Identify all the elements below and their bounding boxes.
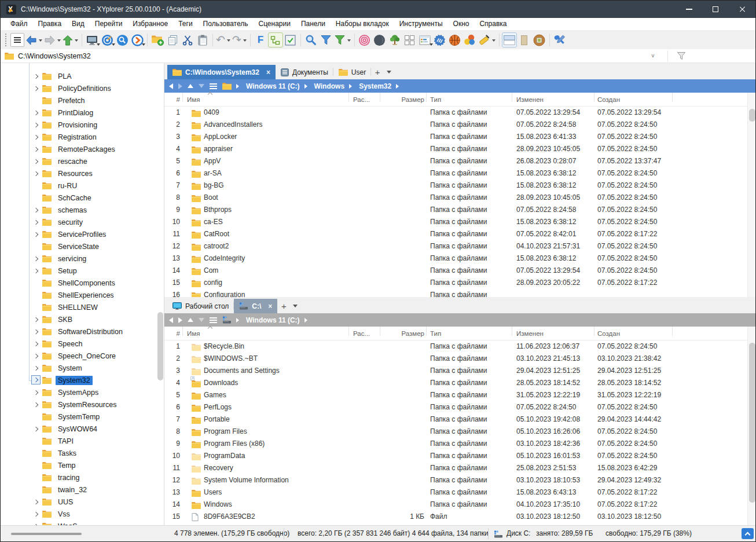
column-header-5[interactable]: Тип (430, 93, 441, 107)
tree-panel-toggle-button[interactable] (268, 32, 283, 47)
bottom-pane-tab-2[interactable]: C:\× (234, 299, 277, 313)
folder-tree-button[interactable] (387, 32, 402, 47)
breadcrumb-segment-2[interactable]: Windows (314, 82, 345, 90)
breadcrumb-segment-1[interactable]: Windows 11 (C:) (246, 82, 300, 90)
tree-item-ru-ru[interactable]: ru-RU (1, 180, 164, 192)
menu-item-4[interactable]: Перейти (90, 18, 128, 30)
expander-chevron-icon[interactable] (33, 269, 42, 273)
file-row-program-files[interactable]: 8Program FilesПапка с файлами05.10.2023 … (164, 426, 756, 438)
nav-forward-button[interactable] (178, 83, 182, 89)
file-row-applocker[interactable]: 3AppLockerПапка с файлами15.08.2023 6:41… (164, 131, 756, 143)
column-header-1[interactable]: # (164, 327, 180, 340)
paste-button[interactable] (195, 32, 210, 47)
cut-button[interactable] (180, 32, 195, 47)
tree-scrollbar-thumb[interactable] (157, 312, 163, 380)
column-header-3[interactable]: Рас... (353, 93, 370, 107)
expander-chevron-icon[interactable] (33, 221, 42, 224)
tab-list-dropdown[interactable] (290, 299, 300, 313)
address-dropdown-caret[interactable]: ˅ (651, 53, 655, 59)
new-tab-button[interactable]: + (371, 65, 384, 79)
menu-item-5[interactable]: Избранное (127, 18, 173, 30)
expander-chevron-icon[interactable] (33, 148, 42, 151)
copy-button[interactable] (165, 32, 180, 47)
menu-item-8[interactable]: Сценарии (253, 18, 295, 30)
checkbox-mode-button[interactable] (283, 32, 298, 47)
menu-item-1[interactable]: Файл (5, 18, 33, 30)
tree-item-printdialog[interactable]: PrintDialog (1, 107, 164, 119)
redo-button[interactable]: ↷ (232, 32, 248, 47)
column-header-1[interactable]: # (164, 93, 180, 107)
tree-item-speech_onecore[interactable]: Speech_OneCore (1, 350, 164, 362)
expander-chevron-icon[interactable] (33, 233, 42, 236)
tree-item-registration[interactable]: Registration (1, 131, 164, 143)
menu-item-3[interactable]: Вид (67, 18, 90, 30)
tree-item-tasks[interactable]: Tasks (1, 447, 164, 459)
expander-chevron-icon[interactable] (33, 403, 42, 407)
file-row-appraiser[interactable]: 4appraiserПапка с файлами28.09.2023 10:4… (164, 143, 756, 155)
menu-item-6[interactable]: Теги (173, 18, 197, 30)
file-row-8d9f6a3e9cb2[interactable]: 158D9F6A3E9CB21 КБФайл03.10.2023 18:12:5… (164, 511, 756, 523)
column-header-3[interactable]: Рас... (353, 327, 370, 340)
tree-item-serviceprofiles[interactable]: ServiceProfiles (1, 228, 164, 240)
tree-item-skb[interactable]: SKB (1, 313, 164, 325)
menu-item-9[interactable]: Панели (296, 18, 331, 30)
quick-filter-button[interactable] (333, 32, 352, 47)
tree-horizontal-scrollbar-thumb[interactable] (11, 533, 82, 535)
address-path[interactable]: C:\Windows\System32 (18, 52, 91, 60)
tree-item-resources[interactable]: Resources (1, 167, 164, 180)
jump-button[interactable] (130, 32, 145, 47)
tree-item-temp[interactable]: Temp (1, 459, 164, 471)
single-pane-button[interactable] (517, 32, 532, 47)
expander-chevron-icon[interactable] (33, 354, 42, 358)
main-menu-button[interactable] (10, 32, 25, 47)
tree-item-pla[interactable]: PLA (1, 70, 164, 82)
expander-chevron-icon[interactable] (33, 330, 42, 334)
nav-down-button[interactable] (199, 318, 204, 322)
expander-chevron-icon[interactable] (33, 512, 42, 516)
file-row-advancedinstallers[interactable]: 2AdvancedInstallersПапка с файлами07.05.… (164, 119, 756, 131)
scrollbar-thumb[interactable] (749, 109, 755, 122)
menu-item-10[interactable]: Наборы вкладок (331, 18, 394, 30)
tree-item-rescache[interactable]: rescache (1, 155, 164, 167)
breadcrumb-segment-3[interactable]: System32 (359, 82, 391, 90)
tree-item-setup[interactable]: Setup (1, 265, 164, 277)
file-row-games[interactable]: 5GamesПапка с файлами31.05.2023 12:22:19… (164, 389, 756, 401)
tree-item-syswow64[interactable]: SysWOW64 (1, 423, 164, 435)
menu-item-13[interactable]: Справка (474, 18, 512, 30)
file-row-perflogs[interactable]: 6PerfLogsПапка с файлами07.05.2022 8:24:… (164, 401, 756, 413)
maximize-button[interactable] (702, 1, 729, 18)
tags-button[interactable] (357, 32, 372, 47)
nav-down-button[interactable] (199, 84, 204, 88)
bottom-pane-scrollbar[interactable] (747, 327, 756, 526)
column-header-2[interactable]: Имя (187, 327, 200, 340)
crumb-menu-icon[interactable] (210, 320, 217, 321)
file-row-bg-bg[interactable]: 7bg-BGПапка с файлами15.08.2023 6:38:120… (164, 180, 756, 192)
expander-chevron-icon[interactable] (33, 136, 42, 139)
paint-folder-button[interactable] (478, 32, 497, 47)
tree-item-system32[interactable]: System32 (1, 374, 164, 386)
tree-item-servicestate[interactable]: ServiceState (1, 240, 164, 252)
tree-item-provisioning[interactable]: Provisioning (1, 119, 164, 131)
column-header-6[interactable]: Изменен (516, 93, 544, 107)
top-pane-tab-2[interactable]: Документы (276, 65, 333, 79)
tree-item-vss[interactable]: Vss (1, 508, 164, 520)
expander-chevron-icon[interactable] (33, 318, 42, 321)
close-button[interactable] (729, 1, 755, 18)
file-row-configuration[interactable]: 16ConfigurationПапка с файлами (164, 289, 756, 297)
tab-close-icon[interactable]: × (266, 69, 270, 75)
tree-item-schemas[interactable]: schemas (1, 204, 164, 216)
file-row-system-volume-information[interactable]: 12System Volume InformationПапка с файла… (164, 474, 756, 486)
crumb-menu-icon[interactable] (210, 86, 217, 87)
filter-button[interactable] (318, 32, 333, 47)
minimize-button[interactable] (676, 1, 702, 18)
tree-item-systemresources[interactable]: SystemResources (1, 398, 164, 411)
tree-item-shellexperiences[interactable]: ShellExperiences (1, 289, 164, 301)
expander-chevron-icon[interactable] (33, 427, 42, 431)
scrollbar-thumb[interactable] (749, 343, 755, 503)
nav-up-button[interactable] (188, 84, 193, 88)
file-row-config[interactable]: 15configПапка с файлами28.09.2023 20:05:… (164, 277, 756, 289)
statusbar-up-button[interactable] (742, 528, 754, 539)
tree-item-security[interactable]: security (1, 216, 164, 228)
nav-back-button[interactable] (169, 83, 173, 89)
menu-item-11[interactable]: Инструменты (394, 18, 448, 30)
